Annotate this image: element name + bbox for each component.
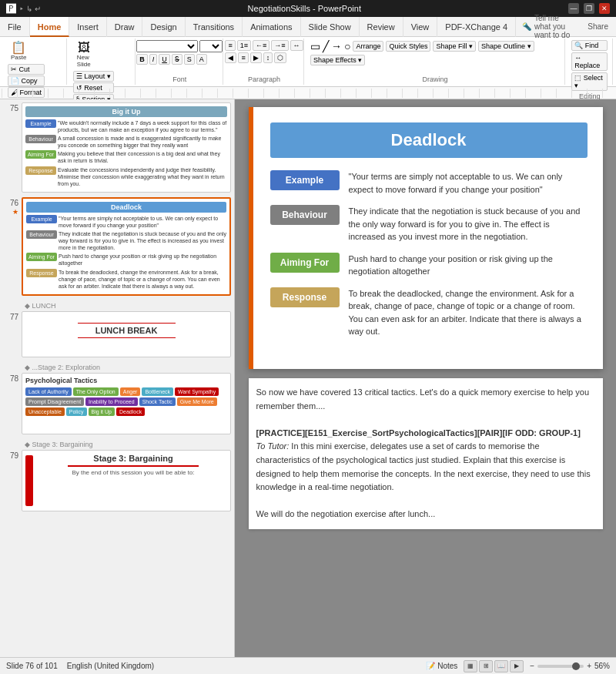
tactic-give-more: Give Me More: [177, 397, 217, 406]
slide-thumb-75[interactable]: Big it Up Example "We wouldn't normally …: [22, 102, 231, 193]
ribbon-group-slides: 🖼 NewSlide ☰ Layout ▾ ↺ Reset § Section …: [69, 39, 136, 85]
new-slide-btn[interactable]: 🖼 NewSlide: [73, 40, 95, 69]
slide-section-stage2: ◆ ...Stage 2: Exploration: [3, 362, 231, 373]
canvas-row-aiming: Aiming For Push hard to change your posi…: [270, 253, 588, 278]
zoom-in-btn[interactable]: +: [587, 662, 591, 670]
zoom-slider[interactable]: [537, 665, 584, 668]
canvas-response-label: Response: [270, 287, 340, 307]
paste-btn[interactable]: 📋 Paste: [8, 40, 29, 62]
tell-me-box[interactable]: 🔦 Tell me what you want to do: [516, 17, 580, 36]
maximize-btn[interactable]: ❐: [584, 3, 594, 14]
tab-review[interactable]: Review: [360, 17, 403, 37]
italic-btn[interactable]: I: [149, 54, 158, 65]
tab-insert[interactable]: Insert: [69, 17, 107, 37]
font-controls: B I U S̶ S A: [136, 40, 223, 65]
rect-shape[interactable]: ▭: [310, 40, 320, 52]
bullets-btn[interactable]: ≡: [225, 40, 235, 51]
slide-num-75: 75: [3, 102, 22, 193]
slideshow-btn[interactable]: ▶: [510, 660, 524, 672]
share-btn[interactable]: Share: [580, 17, 616, 36]
tab-file[interactable]: File: [0, 17, 30, 37]
font-color-btn[interactable]: A: [196, 54, 207, 65]
convert-smartart-btn[interactable]: ⬡: [274, 52, 286, 63]
slide-thumb-79[interactable]: Stage 3: Bargaining By the end of this s…: [22, 450, 231, 511]
slide-item-75[interactable]: 75 Big it Up Example "We wouldn't normal…: [3, 102, 231, 193]
align-right-btn[interactable]: ▶: [250, 52, 262, 63]
tab-transitions[interactable]: Transitions: [186, 17, 243, 37]
numbering-btn[interactable]: 1≡: [237, 40, 251, 51]
bold-btn[interactable]: B: [136, 54, 148, 65]
align-left-btn[interactable]: ◀: [225, 52, 236, 63]
indent-less-btn[interactable]: ←≡: [253, 40, 270, 51]
s75-row-aiming: Aiming For Making you believe that their…: [25, 150, 227, 164]
normal-view-btn[interactable]: ▦: [464, 660, 477, 672]
tactic-shock: Shock Tactic: [139, 397, 176, 406]
tactic-prompt-disagreement: Prompt Disagreement: [25, 397, 84, 406]
ribbon-tabs: File Home Insert Draw Design Transitions…: [0, 17, 616, 37]
line-shape[interactable]: ╱: [323, 40, 329, 52]
reading-view-btn[interactable]: 📖: [494, 660, 508, 672]
align-center-btn[interactable]: ≡: [238, 52, 248, 63]
slide-sorter-btn[interactable]: ⊞: [479, 660, 493, 672]
notes-btn[interactable]: 📝 Notes: [426, 662, 457, 670]
font-size-select[interactable]: [199, 40, 223, 52]
ribbon-group-clipboard: 📋 Paste ✂ Cut 📄 Copy 🖌 Format Clipboard: [3, 39, 67, 85]
zoom-bar: − + 56%: [530, 662, 610, 670]
drawing-label: Drawing: [423, 74, 448, 83]
minimize-btn[interactable]: —: [568, 3, 579, 14]
shadow-btn[interactable]: S: [184, 54, 195, 65]
layout-btn[interactable]: ☰ Layout ▾: [73, 71, 114, 82]
slide-thumb-77[interactable]: LUNCH BREAK: [22, 311, 231, 357]
smartart-btn[interactable]: ↔: [290, 40, 303, 51]
arrow-shape[interactable]: →: [331, 40, 342, 52]
canvas-aiming-label: Aiming For: [270, 253, 340, 273]
notes-tutor: To Tutor: In this mini exercise, delegat…: [256, 440, 595, 494]
tab-design[interactable]: Design: [142, 17, 185, 37]
tab-pdf[interactable]: PDF-XChange 4: [437, 17, 516, 37]
underline-btn[interactable]: U: [159, 54, 170, 65]
tab-slideshow[interactable]: Slide Show: [301, 17, 360, 37]
tab-draw[interactable]: Draw: [107, 17, 143, 37]
cut-btn[interactable]: ✂ Cut: [8, 64, 45, 75]
close-btn[interactable]: ✕: [599, 3, 610, 14]
oval-shape[interactable]: ○: [344, 40, 350, 52]
zoom-level: 56%: [594, 662, 610, 670]
shape-fill-btn[interactable]: Shape Fill ▾: [433, 41, 476, 52]
arrange-btn[interactable]: Arrange: [353, 41, 383, 52]
tactic-policy: Policy: [66, 407, 87, 416]
ribbon-content: 📋 Paste ✂ Cut 📄 Copy 🖌 Format Clipboard …: [0, 37, 616, 87]
strikethrough-btn[interactable]: S̶: [172, 54, 182, 65]
shape-effects-btn[interactable]: Shape Effects ▾: [310, 55, 365, 65]
s75-response-text: Evaluate the concessions independently a…: [58, 166, 227, 187]
quick-styles-btn[interactable]: Quick Styles: [386, 41, 430, 52]
slide-item-78[interactable]: 78 Psychological Tactics Lack of Authori…: [3, 373, 231, 434]
slide-item-77[interactable]: 77 LUNCH BREAK: [3, 311, 231, 357]
tab-animations[interactable]: Animations: [243, 17, 300, 37]
tab-view[interactable]: View: [403, 17, 438, 37]
s76-response-label: Response: [26, 269, 57, 277]
slide-item-79[interactable]: 79 Stage 3: Bargaining By the end of thi…: [3, 450, 231, 511]
zoom-out-btn[interactable]: −: [530, 662, 534, 670]
para-row2: ◀ ≡ ▶ ↕ ⬡: [225, 52, 303, 63]
canvas-behaviour-label: Behaviour: [270, 205, 340, 225]
copy-btn[interactable]: 📄 Copy: [8, 75, 45, 86]
canvas-left-marker: [249, 107, 253, 369]
status-left: Slide 76 of 101 English (United Kingdom): [6, 662, 154, 670]
canvas-inner: Deadlock Example "Your terms are simply …: [264, 122, 588, 338]
find-btn[interactable]: 🔍 Find: [571, 40, 608, 51]
replace-btn[interactable]: ↔ Replace: [571, 52, 608, 71]
slide-item-76[interactable]: 76★ Deadlock Example "Your terms are sim…: [3, 197, 231, 296]
text-dir-btn[interactable]: ↕: [263, 52, 273, 63]
shape-outline-btn[interactable]: Shape Outline ▾: [478, 41, 534, 52]
slide-thumb-76[interactable]: Deadlock Example "Your terms are simply …: [22, 197, 231, 296]
canvas-example-text: "Your terms are simply not acceptable to…: [349, 170, 588, 196]
slide-panel[interactable]: 75 Big it Up Example "We wouldn't normal…: [0, 99, 235, 657]
slide-thumb-78[interactable]: Psychological Tactics Lack of Authority …: [22, 373, 231, 434]
tab-home[interactable]: Home: [30, 17, 70, 37]
font-family-select[interactable]: [136, 40, 198, 52]
s75-row-example: Example "We wouldn't normally include a …: [25, 119, 227, 133]
para-row1: ≡ 1≡ ←≡ →≡ ↔: [225, 40, 303, 51]
canvas-slide-title: Deadlock: [270, 122, 588, 158]
slide-num-79: 79: [3, 450, 22, 511]
indent-more-btn[interactable]: →≡: [271, 40, 288, 51]
